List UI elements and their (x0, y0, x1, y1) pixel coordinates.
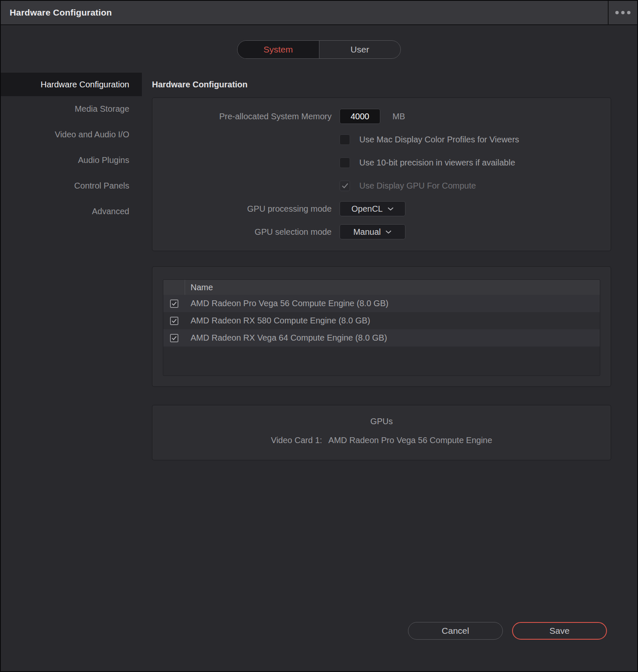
page-title: Hardware Configuration (152, 73, 611, 96)
checkbox-row: Use Display GPU For Compute (152, 178, 611, 193)
gpu-processing-mode-row: GPU processing mode OpenCL (152, 201, 611, 216)
chevron-down-icon (385, 230, 392, 234)
check-icon (172, 319, 177, 323)
check-icon (172, 302, 177, 306)
gpu-enabled-checkbox[interactable] (170, 334, 178, 342)
gpu-list-panel: Name AMD Radeon Pro Vega 56 Compute (152, 266, 611, 387)
dropdown-value: Manual (353, 227, 381, 237)
sidebar-item-video-audio-io[interactable]: Video and Audio I/O (1, 122, 142, 147)
cancel-button[interactable]: Cancel (408, 622, 503, 640)
ellipsis-dot (621, 11, 625, 14)
save-button[interactable]: Save (512, 622, 607, 640)
ellipsis-dot (627, 11, 630, 14)
video-card-label: Video Card 1: (271, 436, 322, 445)
memory-label: Pre-allocated System Memory (152, 112, 332, 121)
gpu-selection-mode-label: GPU selection mode (152, 227, 332, 237)
content-layout: Hardware Configuration Media Storage Vid… (1, 73, 637, 460)
ellipsis-dot (615, 11, 619, 14)
table-row[interactable]: AMD Radeon RX 580 Compute Engine (8.0 GB… (163, 312, 600, 329)
check-icon (342, 183, 348, 189)
ellipsis-icon[interactable] (608, 1, 637, 24)
gpus-summary-heading: GPUs (152, 417, 611, 426)
display-gpu-compute-checkbox (340, 181, 350, 191)
gpus-summary-panel: GPUs Video Card 1:AMD Radeon Pro Vega 56… (152, 405, 611, 460)
tab-user[interactable]: User (319, 41, 401, 58)
dialog-body: System User Hardware Configuration Media… (1, 25, 637, 671)
sidebar-item-control-panels[interactable]: Control Panels (1, 173, 142, 199)
check-icon (172, 336, 177, 340)
gpu-enabled-checkbox[interactable] (170, 299, 178, 308)
checkbox-label: Use 10-bit precision in viewers if avail… (359, 158, 515, 168)
gpu-processing-mode-label: GPU processing mode (152, 204, 332, 214)
table-row[interactable]: AMD Radeon RX Vega 64 Compute Engine (8.… (163, 329, 600, 346)
sidebar-item-hardware-configuration[interactable]: Hardware Configuration (1, 73, 142, 96)
memory-row: Pre-allocated System Memory MB (152, 109, 611, 124)
gpu-name: AMD Radeon RX 580 Compute Engine (8.0 GB… (185, 316, 370, 326)
gpu-name: AMD Radeon Pro Vega 56 Compute Engine (8… (185, 299, 388, 308)
gpu-selection-mode-select[interactable]: Manual (340, 224, 405, 239)
memory-unit-label: MB (392, 112, 405, 121)
gpu-selection-mode-row: GPU selection mode Manual (152, 224, 611, 239)
checkbox-label: Use Mac Display Color Profiles for Viewe… (359, 135, 519, 144)
name-column-header: Name (185, 283, 213, 292)
sidebar-item-advanced[interactable]: Advanced (1, 199, 142, 224)
hardware-configuration-dialog: Hardware Configuration System User Hardw… (0, 0, 638, 672)
gpu-processing-mode-select[interactable]: OpenCL (340, 201, 405, 216)
mac-display-profiles-checkbox[interactable] (340, 134, 350, 145)
main-content: Hardware Configuration Pre-allocated Sys… (152, 73, 611, 460)
gpu-enabled-checkbox[interactable] (170, 317, 178, 325)
hardware-settings-panel: Pre-allocated System Memory MB Use Mac D… (152, 97, 611, 251)
checkbox-row: Use Mac Display Color Profiles for Viewe… (152, 132, 611, 147)
checkbox-row: Use 10-bit precision in viewers if avail… (152, 155, 611, 170)
dropdown-value: OpenCL (351, 204, 383, 214)
chevron-down-icon (387, 207, 394, 211)
footer-actions: Cancel Save (408, 622, 607, 640)
video-card-line: Video Card 1:AMD Radeon Pro Vega 56 Comp… (152, 436, 611, 445)
sidebar-item-audio-plugins[interactable]: Audio Plugins (1, 147, 142, 173)
gpu-table: Name AMD Radeon Pro Vega 56 Compute (163, 279, 600, 376)
checkbox-column-header (163, 280, 185, 295)
checkbox-label: Use Display GPU For Compute (359, 181, 476, 191)
sidebar: Hardware Configuration Media Storage Vid… (1, 73, 142, 224)
memory-input[interactable] (340, 109, 380, 124)
gpu-table-header: Name (163, 280, 600, 295)
title-bar: Hardware Configuration (1, 1, 637, 25)
preferences-scope-tabs: System User (237, 40, 401, 59)
ten-bit-precision-checkbox[interactable] (340, 158, 350, 168)
tab-system[interactable]: System (238, 41, 319, 58)
sidebar-item-media-storage[interactable]: Media Storage (1, 96, 142, 122)
video-card-value: AMD Radeon Pro Vega 56 Compute Engine (328, 436, 492, 445)
gpu-name: AMD Radeon RX Vega 64 Compute Engine (8.… (185, 333, 387, 343)
table-row[interactable]: AMD Radeon Pro Vega 56 Compute Engine (8… (163, 295, 600, 312)
window-title: Hardware Configuration (1, 1, 608, 24)
